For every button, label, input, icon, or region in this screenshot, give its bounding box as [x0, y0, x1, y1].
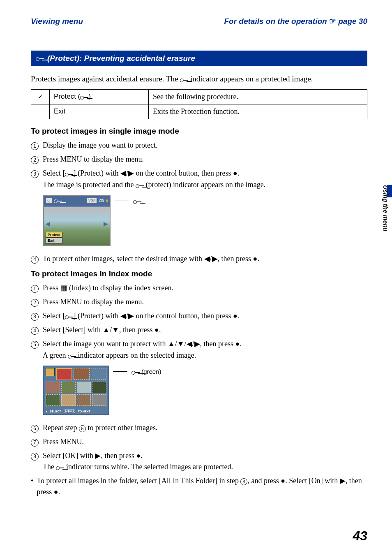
s3a: Select [ — [43, 312, 65, 320]
s5a: Select the image you want to protect wit… — [43, 340, 242, 348]
step-text: Press MENU to display the menu. — [43, 154, 144, 165]
bullet-text: To protect all images in the folder, sel… — [37, 475, 367, 498]
screenshot-index-wrap: ● SELECT MENU TO NEXT (green) — [43, 366, 367, 415]
s3b: ] (Protect) with ◀/▶ on the control butt… — [73, 312, 239, 320]
s8b-suffix: indicator turns white. The selected imag… — [64, 463, 233, 471]
step-item: 2 Press MENU to display the menu. — [31, 154, 367, 165]
single-mode-steps: 1 Display the image you want to protect.… — [31, 140, 367, 191]
s8a: Select [OK] with ▶, then press ●. — [43, 451, 143, 460]
intro-paragraph: Protects images against accidental erasu… — [31, 74, 367, 83]
protect-key-icon — [133, 199, 141, 204]
screenshot-single-image: ▭ VGA 2/9 ▮ ◀ ▶ Protect Exit — [43, 195, 111, 246]
thumbnail — [74, 368, 89, 380]
step-item: 1 Display the image you want to protect. — [31, 140, 367, 151]
callout-line — [113, 371, 127, 372]
s5b-suffix: indicator appears on the selected image. — [76, 351, 196, 359]
thumbnail — [91, 368, 106, 380]
s3c-prefix: The image is protected and the — [43, 181, 136, 189]
callout-protect-icon — [133, 197, 141, 204]
protect-key-icon — [65, 314, 73, 320]
callout-line — [115, 201, 129, 201]
check-cell: ✓ — [31, 90, 50, 104]
thumbnail — [77, 394, 91, 406]
protect-key-icon — [36, 56, 44, 61]
thumbnail — [77, 382, 91, 393]
protect-key-icon — [68, 353, 76, 359]
step-number-4-icon: 4 — [31, 256, 39, 264]
step-text: Select [OK] with ▶, then press ●. The in… — [43, 450, 233, 473]
intro-prefix: Protects images against accidental erasu… — [31, 74, 180, 83]
step-item: 8 Select [OK] with ▶, then press ●. The … — [31, 450, 367, 473]
callout-green-label: (green) — [131, 368, 161, 375]
step-number-1-icon: 1 — [31, 142, 39, 150]
step-item: 4 Select [Select] with ▲/▼, then press ●… — [31, 324, 367, 336]
step-item: 4 To protect other images, select the de… — [31, 253, 367, 265]
step-number-6-icon: 6 — [31, 425, 39, 433]
settings-table: ✓ Protect () See the following procedure… — [31, 89, 367, 119]
step-item: 1 Press ▦ (Index) to display the index s… — [31, 282, 367, 294]
header-right: For details on the operation ☞ page 30 — [224, 16, 367, 26]
s1a: Press — [43, 284, 60, 292]
protect-key-icon — [65, 171, 73, 177]
intro-suffix: indicator appears on a protected image. — [188, 74, 313, 83]
step-text: To protect other images, select the desi… — [43, 253, 259, 265]
step-ref-5-icon: 5 — [79, 425, 86, 432]
s6a: Repeat step — [43, 424, 79, 432]
label-prefix: Protect ( — [54, 93, 80, 100]
label-cell: Exit — [50, 104, 149, 119]
step-number-5-icon: 5 — [31, 341, 39, 349]
next-arrow-icon: ▶ — [104, 220, 108, 227]
protect-key-icon — [80, 94, 88, 100]
step-number-8-icon: 8 — [31, 453, 39, 461]
screenshot-menu: Protect Exit — [46, 232, 62, 243]
step-text: Display the image you want to protect. — [43, 140, 157, 151]
s8b-prefix: The — [43, 463, 56, 471]
s3c-suffix: (protect) indicator appears on the image… — [144, 181, 265, 189]
prev-arrow-icon: ◀ — [46, 220, 50, 227]
step-text: Select [Select] with ▲/▼, then press ●. — [43, 324, 161, 336]
index-mode-steps: 1 Press ▦ (Index) to display the index s… — [31, 282, 367, 361]
label-cell: Protect () — [50, 90, 149, 104]
s1b: (Index) to display the index screen. — [67, 284, 173, 292]
step-text: Select the image you want to protect wit… — [43, 338, 242, 361]
step-number-2-icon: 2 — [31, 299, 39, 307]
thumbnail — [46, 394, 60, 406]
step-item: 3 Select [] (Protect) with ◀/▶ on the co… — [31, 168, 367, 191]
tonext-label: TO NEXT — [78, 410, 90, 413]
protect-key-icon — [180, 77, 188, 83]
step-item: 6 Repeat step 5 to protect other images. — [31, 422, 367, 434]
bullet-note: • To protect all images in the folder, s… — [31, 475, 367, 498]
step-text: Press MENU. — [43, 436, 84, 448]
index-mode-steps-cont: 6 Repeat step 5 to protect other images.… — [31, 422, 367, 473]
desc-cell: See the following procedure. — [149, 90, 367, 104]
step-text: Press ▦ (Index) to display the index scr… — [43, 282, 173, 294]
protect-key-icon — [136, 183, 144, 188]
thumbnail — [61, 394, 76, 406]
side-tab-marker — [387, 185, 392, 197]
desc-cell: Exits the Protection function. — [149, 104, 367, 119]
s6b: to protect other images. — [86, 424, 157, 432]
step-text: Press MENU to display the menu. — [43, 296, 144, 308]
step-text: Select [] (Protect) with ◀/▶ on the cont… — [43, 310, 239, 322]
single-mode-steps-cont: 4 To protect other images, select the de… — [31, 253, 367, 265]
thumbnail — [61, 382, 76, 393]
bullet-icon: • — [31, 475, 33, 498]
s5b-prefix: A green — [43, 351, 68, 359]
step-number-3-icon: 3 — [31, 170, 39, 178]
section-title: (Protect): Preventing accidental erasure — [47, 54, 195, 63]
step-text: Select [] (Protect) with ◀/▶ on the cont… — [43, 168, 265, 191]
menu-label: MENU — [64, 410, 76, 413]
callout-green-text: (green) — [140, 368, 161, 375]
screenshot-single-wrap: ▭ VGA 2/9 ▮ ◀ ▶ Protect Exit — [43, 195, 367, 246]
s3b: ] (Protect) with ◀/▶ on the control butt… — [73, 169, 239, 177]
label-suffix: ) — [88, 93, 91, 100]
step-number-7-icon: 7 — [31, 439, 39, 447]
protect-key-icon — [56, 465, 64, 470]
bullet-prefix: To protect all images in the folder, sel… — [37, 477, 240, 485]
dot-icon: ● — [46, 410, 47, 413]
image-count: 2/9 — [99, 198, 104, 203]
section-heading-bar: (Protect): Preventing accidental erasure — [31, 51, 367, 66]
folder-icon: ▮ — [106, 199, 108, 203]
table-row: Exit Exits the Protection function. — [31, 104, 367, 119]
selected-thumbnail — [56, 368, 72, 380]
